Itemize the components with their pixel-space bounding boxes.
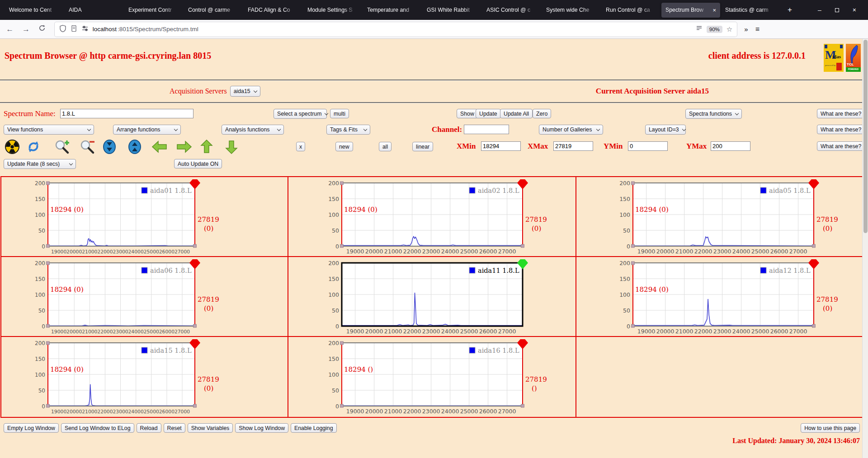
zoom-in-icon[interactable] bbox=[54, 139, 71, 156]
gallery-cell-aida11[interactable]: aida11 1.8.L0501001502001900020000210002… bbox=[288, 257, 576, 337]
layout-id-dropdown[interactable]: Layout ID=3 bbox=[645, 125, 686, 135]
shield-icon[interactable] bbox=[59, 25, 66, 34]
zoom-level-badge[interactable]: 90% bbox=[707, 26, 722, 33]
number-of-galleries-dropdown[interactable]: Number of Galleries bbox=[539, 125, 603, 135]
auto-update-button[interactable]: Auto Update ON bbox=[174, 159, 222, 168]
tab-run-control-ca[interactable]: Run Control @ ca bbox=[602, 3, 660, 18]
arrow-left-icon[interactable] bbox=[151, 140, 168, 155]
minimize-icon[interactable]: – bbox=[818, 6, 821, 14]
arrange-functions-dropdown[interactable]: Arrange functions bbox=[113, 125, 181, 135]
page-scrollbar[interactable] bbox=[862, 39, 868, 458]
xmax-input[interactable] bbox=[553, 141, 593, 151]
refresh-icon[interactable] bbox=[26, 139, 41, 156]
new-button[interactable]: new bbox=[335, 142, 353, 151]
xmin-input[interactable] bbox=[481, 141, 521, 151]
gallery-cell-aida02[interactable]: aida02 1.8.L0501001502001900020000210002… bbox=[288, 177, 576, 257]
tab-gsi-white-rabbit[interactable]: GSI White Rabbit bbox=[423, 3, 481, 18]
connection-settings-icon[interactable] bbox=[81, 25, 89, 34]
reset-button[interactable]: Reset bbox=[164, 423, 185, 433]
gallery-cell-aida12[interactable]: aida12 1.8.L0501001502001900020000210002… bbox=[576, 257, 866, 337]
gallery-cell-aida01[interactable]: aida01 1.8.L0501001502001900020000210002… bbox=[1, 177, 288, 257]
send-log-window-to-elog-button[interactable]: Send Log Window to ELog bbox=[61, 423, 134, 433]
maximize-icon[interactable] bbox=[835, 8, 839, 12]
tab-asic-control-c[interactable]: ASIC Control @ c bbox=[482, 3, 541, 18]
tab-temperature-and[interactable]: Temperature and bbox=[363, 3, 422, 18]
show-button[interactable]: Show bbox=[457, 109, 478, 118]
overflow-menu-icon[interactable]: » bbox=[744, 25, 748, 33]
tab-statistics-carm[interactable]: Statistics @ carm bbox=[721, 3, 780, 18]
gallery-cell-aida06[interactable]: aida06 1.8.L0501001502001900020000210002… bbox=[1, 257, 288, 337]
zero-button[interactable]: Zero bbox=[533, 109, 551, 118]
spectrum-plot-aida12[interactable]: aida12 1.8.L0501001502001900020000210002… bbox=[615, 259, 846, 336]
tab-close-icon[interactable]: × bbox=[712, 7, 716, 14]
what-are-these-button[interactable]: What are these? bbox=[817, 141, 865, 151]
page-info-icon[interactable] bbox=[71, 25, 77, 34]
select-spectrum-dropdown[interactable]: Select a spectrum bbox=[274, 109, 327, 119]
gallery-cell-aida15[interactable]: aida15 1.8.L0501001502001900020000210002… bbox=[1, 337, 288, 417]
spectrum-plot-aida15[interactable]: aida15 1.8.L0501001502001900020000210002… bbox=[30, 339, 227, 416]
reload-button[interactable]: Reload bbox=[137, 423, 161, 433]
spectrum-plot-aida06[interactable]: aida06 1.8.L0501001502001900020000210002… bbox=[30, 259, 227, 336]
spectrum-plot-aida16[interactable]: aida16 1.8.L0501001502001900020000210002… bbox=[324, 339, 555, 416]
update-button[interactable]: Update bbox=[476, 109, 501, 118]
url-bar[interactable]: localhost:8015/Spectrum/Spectrum.tml 90%… bbox=[55, 22, 737, 37]
spectrum-name-input[interactable] bbox=[60, 109, 193, 118]
update-all-button[interactable]: Update All bbox=[500, 109, 533, 118]
multi-button[interactable]: multi bbox=[330, 109, 349, 118]
tab-spectrum-brow[interactable]: Spectrum Brow× bbox=[661, 3, 720, 18]
arrow-down-icon[interactable] bbox=[225, 139, 238, 156]
what-are-these-button[interactable]: What are these? bbox=[817, 109, 865, 118]
ymin-input[interactable] bbox=[628, 141, 668, 151]
analysis-functions-dropdown[interactable]: Analysis functions bbox=[222, 125, 284, 135]
empty-log-window-button[interactable]: Empty Log Window bbox=[4, 423, 59, 433]
tab-system-wide-che[interactable]: System wide Che bbox=[542, 3, 601, 18]
acquisition-servers-label: Acquisition Servers bbox=[170, 87, 227, 95]
tab-aida[interactable]: AIDA bbox=[65, 3, 123, 18]
tab-experiment-contr[interactable]: Experiment Contr bbox=[124, 3, 183, 18]
tab-welcome-to-cent[interactable]: Welcome to Cent bbox=[5, 3, 64, 18]
svg-text:22000: 22000 bbox=[403, 328, 421, 335]
tab-module-settings-s[interactable]: Module Settings S bbox=[303, 3, 362, 18]
view-functions-dropdown[interactable]: View functions bbox=[4, 125, 94, 135]
acquisition-row: Acquisition Servers aida15 Current Acqui… bbox=[0, 80, 868, 102]
spectrum-plot-aida11[interactable]: aida11 1.8.L0501001502001900020000210002… bbox=[324, 259, 555, 336]
ymax-input[interactable] bbox=[711, 141, 750, 151]
how-to-use-button[interactable]: How to use this page bbox=[801, 423, 860, 433]
linear-button[interactable]: linear bbox=[412, 142, 433, 151]
scrollbar-thumb[interactable] bbox=[863, 40, 868, 233]
arrow-right-icon[interactable] bbox=[175, 140, 193, 155]
bookmark-star-icon[interactable]: ☆ bbox=[726, 25, 732, 33]
forward-icon[interactable]: → bbox=[22, 25, 31, 34]
spectrum-plot-aida02[interactable]: aida02 1.8.L0501001502001900020000210002… bbox=[324, 179, 555, 256]
close-window-icon[interactable]: × bbox=[853, 6, 856, 14]
spectrum-plot-aida01[interactable]: aida01 1.8.L0501001502001900020000210002… bbox=[30, 179, 227, 256]
x-scale-button[interactable]: x bbox=[296, 142, 305, 151]
expand-y-icon[interactable] bbox=[127, 139, 142, 156]
update-rate-dropdown[interactable]: Update Rate (8 secs) bbox=[4, 159, 76, 169]
new-tab-button[interactable]: + bbox=[784, 4, 796, 16]
spectra-functions-dropdown[interactable]: Spectra functions bbox=[685, 109, 742, 119]
radiation-icon[interactable] bbox=[5, 139, 20, 156]
show-variables-button[interactable]: Show Variables bbox=[188, 423, 233, 433]
tags-fits-dropdown[interactable]: Tags & Fits bbox=[326, 125, 370, 135]
collapse-y-icon[interactable] bbox=[102, 139, 117, 156]
reload-icon[interactable] bbox=[38, 24, 47, 34]
reader-mode-icon[interactable] bbox=[696, 25, 703, 33]
zoom-out-icon[interactable] bbox=[80, 139, 96, 156]
app-menu-icon[interactable]: ≡ bbox=[755, 25, 760, 33]
spectrum-plot-aida05[interactable]: aida05 1.8.L0501001502001900020000210002… bbox=[615, 179, 846, 256]
acquisition-server-select[interactable]: aida15 bbox=[230, 86, 260, 97]
svg-text:21000: 21000 bbox=[82, 249, 97, 255]
tab-control-carme[interactable]: Control @ carme bbox=[184, 3, 243, 18]
channel-input[interactable] bbox=[464, 125, 509, 134]
show-log-window-button[interactable]: Show Log Window bbox=[235, 423, 288, 433]
gallery-cell-aida05[interactable]: aida05 1.8.L0501001502001900020000210002… bbox=[576, 177, 866, 257]
svg-text:25000: 25000 bbox=[460, 248, 478, 255]
what-are-these-button[interactable]: What are these? bbox=[817, 125, 865, 134]
back-icon[interactable]: ← bbox=[5, 25, 14, 34]
all-button[interactable]: all bbox=[379, 142, 392, 151]
gallery-cell-aida16[interactable]: aida16 1.8.L0501001502001900020000210002… bbox=[288, 337, 576, 417]
enable-logging-button[interactable]: Enable Logging bbox=[291, 423, 336, 433]
arrow-up-icon[interactable] bbox=[200, 139, 213, 156]
tab-fadc-align-co[interactable]: FADC Align & Co bbox=[244, 3, 302, 18]
